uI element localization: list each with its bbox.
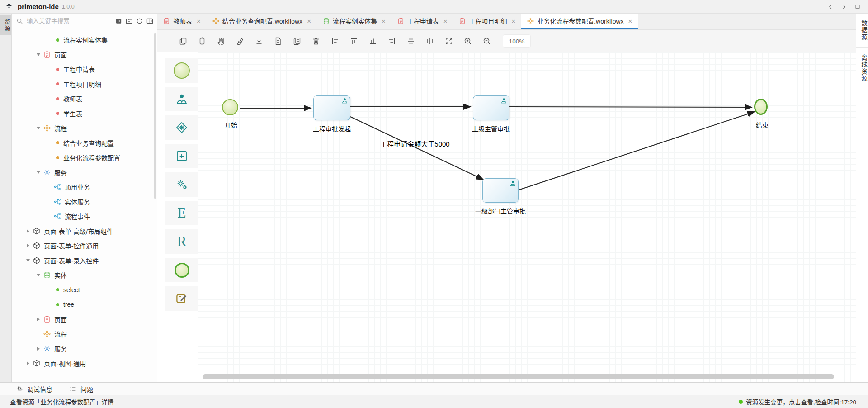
- tree-item[interactable]: 流程: [12, 327, 157, 342]
- align-left-button[interactable]: [326, 33, 344, 49]
- expand-closed-icon[interactable]: [24, 244, 32, 247]
- tree-item[interactable]: 服务: [12, 342, 157, 356]
- tree-item[interactable]: 结合业务查询配置: [12, 136, 157, 151]
- editor-tab[interactable]: 业务化流程参数配置.workflowx×: [521, 14, 638, 29]
- bullet-icon: [56, 303, 59, 306]
- bottom-panel-item[interactable]: 调试信息: [16, 384, 52, 394]
- trash-button[interactable]: [307, 33, 326, 49]
- align-middle-button[interactable]: [401, 33, 420, 49]
- tree-item[interactable]: 页面-表单-录入控件: [12, 253, 157, 268]
- tree-item[interactable]: 工程申请表: [12, 62, 157, 77]
- tree-item[interactable]: 页面: [12, 312, 157, 327]
- expand-open-icon[interactable]: [35, 53, 42, 56]
- align-bottom-button[interactable]: [363, 33, 382, 49]
- tree-item[interactable]: tree: [12, 297, 157, 312]
- palette-annotation[interactable]: [165, 286, 198, 311]
- expand-closed-icon[interactable]: [35, 347, 42, 351]
- editor-tab[interactable]: 工程项目明细×: [453, 14, 521, 29]
- close-icon[interactable]: ×: [382, 18, 386, 24]
- editor-tab[interactable]: 教师表×: [157, 14, 207, 29]
- chevron-left-icon[interactable]: [827, 4, 834, 10]
- restore-icon[interactable]: [854, 4, 861, 10]
- expand-closed-icon[interactable]: [24, 361, 32, 365]
- close-icon[interactable]: ×: [511, 18, 515, 24]
- expand-open-icon[interactable]: [24, 259, 32, 262]
- palette-subprocess[interactable]: [165, 144, 198, 168]
- refresh-icon[interactable]: [136, 18, 143, 24]
- collapse-icon[interactable]: [146, 18, 153, 24]
- copy-button[interactable]: [174, 33, 193, 49]
- palette-service-task[interactable]: [165, 172, 198, 197]
- sidebar-scrollbar[interactable]: [154, 33, 156, 199]
- folder-icon[interactable]: [126, 18, 132, 24]
- palette-end-event[interactable]: [165, 258, 198, 282]
- distribute-button[interactable]: [420, 33, 439, 49]
- palette-letter-e[interactable]: E: [165, 201, 198, 225]
- close-icon[interactable]: ×: [307, 18, 311, 24]
- tree-item[interactable]: 工程项目明细: [12, 77, 157, 92]
- rail-tab[interactable]: 数据源: [856, 14, 868, 48]
- status-left-text[interactable]: 查看资源「业务化流程参数配置」详情: [10, 397, 114, 406]
- fit-button[interactable]: [439, 33, 458, 49]
- end-event-node[interactable]: [754, 99, 768, 115]
- import-icon[interactable]: [115, 18, 122, 24]
- tree-item[interactable]: 实体: [12, 268, 157, 283]
- expand-closed-icon[interactable]: [24, 229, 32, 233]
- docs-button[interactable]: [288, 33, 307, 49]
- tree-item[interactable]: 流程实例实体集: [12, 33, 157, 47]
- align-right-button[interactable]: [382, 33, 401, 49]
- close-icon[interactable]: ×: [443, 18, 448, 24]
- sequence-flow[interactable]: [350, 117, 483, 180]
- expand-open-icon[interactable]: [35, 171, 42, 174]
- tree-item[interactable]: 页面: [12, 47, 157, 62]
- tree-item[interactable]: 通用业务: [12, 180, 157, 195]
- tree-item[interactable]: 流程事件: [12, 209, 157, 224]
- palette-user-task[interactable]: [165, 87, 198, 111]
- status-right[interactable]: 资源发生变更，点击查看,检查时间:17:20: [739, 397, 856, 406]
- tree-item[interactable]: 页面-表单-高级/布局组件: [12, 224, 157, 239]
- sequence-flow[interactable]: [519, 112, 755, 190]
- tree-item[interactable]: 页面-视图-通用: [12, 356, 157, 371]
- zoom-level[interactable]: 100%: [503, 34, 531, 48]
- bottom-panel-item[interactable]: 问题: [70, 384, 93, 394]
- tree-item[interactable]: 实体服务: [12, 195, 157, 209]
- rail-tab-resources[interactable]: 资源: [0, 15, 11, 35]
- search-input[interactable]: [26, 17, 113, 25]
- tree-item[interactable]: 流程: [12, 121, 157, 136]
- user-task-node[interactable]: [482, 178, 519, 203]
- editor-tab[interactable]: 结合业务查询配置.workflowx×: [207, 14, 317, 29]
- tree-item[interactable]: select: [12, 283, 157, 298]
- tree-item[interactable]: 页面-表单-控件通用: [12, 238, 157, 253]
- palette-gateway[interactable]: [165, 115, 198, 140]
- user-task-node[interactable]: [473, 95, 509, 120]
- zoom-out-button[interactable]: [477, 33, 496, 49]
- tree-item[interactable]: 业务化流程参数配置: [12, 150, 157, 165]
- editor-tab[interactable]: 工程申请表×: [392, 14, 453, 29]
- download-button[interactable]: [250, 33, 269, 49]
- close-icon[interactable]: ×: [628, 18, 632, 24]
- workflow-canvas[interactable]: 开始工程审批发起上级主管审批一级部门主管审批结束工程申请金额大于5000: [198, 52, 856, 382]
- expand-open-icon[interactable]: [35, 127, 42, 129]
- palette-letter-r[interactable]: R: [165, 229, 198, 254]
- start-event-node[interactable]: [222, 99, 238, 115]
- user-task-node[interactable]: [313, 95, 350, 120]
- sequence-flow[interactable]: [509, 107, 752, 107]
- align-top-button[interactable]: [344, 33, 363, 49]
- hand-button[interactable]: [212, 33, 231, 49]
- close-icon[interactable]: ×: [197, 18, 201, 24]
- brush-button[interactable]: [231, 33, 250, 49]
- expand-closed-icon[interactable]: [35, 318, 42, 321]
- editor-tab[interactable]: 流程实例实体集×: [317, 14, 392, 29]
- clipboard-button[interactable]: [193, 33, 212, 49]
- expand-open-icon[interactable]: [35, 274, 42, 276]
- tree-item[interactable]: 学生表: [12, 106, 157, 121]
- canvas-h-scrollbar[interactable]: [203, 374, 834, 379]
- zoom-in-button[interactable]: [458, 33, 477, 49]
- tree-item[interactable]: 服务: [12, 165, 157, 180]
- rail-tab[interactable]: 离线资源: [856, 48, 868, 89]
- doc-button[interactable]: [269, 33, 288, 49]
- chevron-right-icon[interactable]: [841, 4, 847, 10]
- palette-start-event[interactable]: [165, 58, 198, 83]
- editor-body: ER 开始工程审批发起上级主管审批一级部门主管审批结束工程申请金额大于5000: [157, 52, 856, 382]
- tree-item[interactable]: 教师表: [12, 91, 157, 106]
